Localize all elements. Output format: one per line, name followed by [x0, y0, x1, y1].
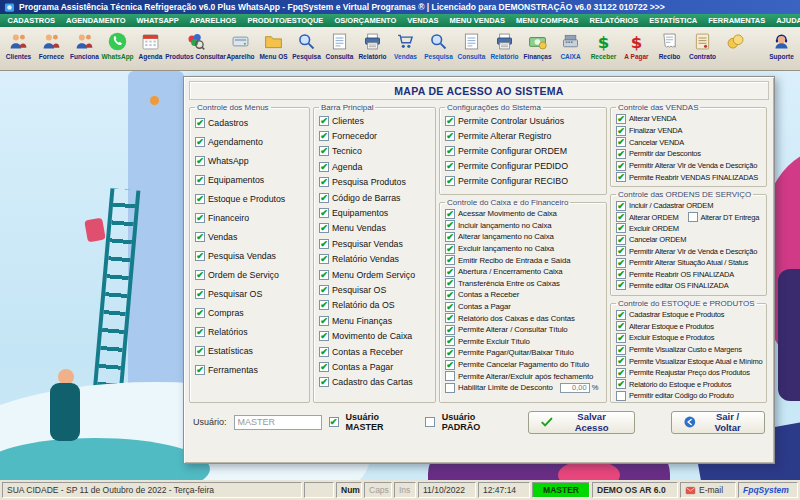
checkbox-row[interactable]: ✔ Agendamento [195, 132, 306, 151]
usuario-padrao-checkbox[interactable] [425, 417, 435, 427]
checkbox-row[interactable]: ✔ Relatórios [195, 322, 306, 341]
checkbox[interactable]: ✔ [445, 220, 455, 230]
checkbox-row[interactable]: ✔ Cadastro das Cartas [319, 375, 432, 390]
checkbox-row[interactable]: ✔ Permitir Alterar Vlr de Venda e Descri… [616, 246, 763, 257]
checkbox[interactable]: ✔ [445, 325, 455, 335]
checkbox-row[interactable]: ✔ Permite Alterar / Consultar Título [445, 324, 603, 336]
menu-item[interactable]: AGENDAMENTO [61, 16, 131, 25]
checkbox-row[interactable]: ✔ Contas a Pagar [319, 359, 432, 374]
checkbox[interactable]: ✔ [445, 336, 455, 346]
checkbox[interactable]: ✔ [616, 269, 626, 279]
checkbox[interactable]: ✔ [616, 223, 626, 233]
checkbox-row[interactable]: ✔ Permite editar OS FINALIZADA [616, 280, 763, 291]
checkbox-row[interactable]: ✔ Excluir lançamento no Caixa [445, 243, 603, 255]
menu-item[interactable]: VENDAS [402, 16, 444, 25]
checkbox-row[interactable]: ✔ Alterar lançamento no Caixa [445, 231, 603, 243]
checkbox-row[interactable]: ✔ Relatório dos Caixas e das Contas [445, 312, 603, 324]
toolbar-button[interactable] [719, 28, 752, 69]
checkbox[interactable]: ✔ [445, 267, 455, 277]
checkbox[interactable]: ✔ [445, 360, 455, 370]
toolbar-button[interactable]: Clientes [2, 28, 35, 69]
checkbox[interactable]: ✔ [319, 239, 329, 249]
checkbox[interactable]: ✔ [616, 149, 626, 159]
checkbox[interactable]: ✔ [195, 213, 205, 223]
usuario-master-checkbox[interactable]: ✔ [329, 417, 339, 427]
checkbox[interactable]: ✔ [195, 251, 205, 261]
checkbox-row[interactable]: ✔ Agenda [319, 159, 432, 174]
checkbox-row[interactable]: ✔ Cancelar ORDEM [616, 234, 763, 245]
checkbox[interactable]: ✔ [195, 232, 205, 242]
toolbar-button[interactable]: Produtos Consultar [167, 28, 224, 69]
checkbox[interactable]: ✔ [319, 208, 329, 218]
exit-button[interactable]: Sair / Voltar [671, 411, 765, 434]
checkbox-row[interactable]: ✔ Permite Visualizar Custo e Margens [616, 344, 763, 356]
checkbox-row[interactable]: Permitir editar Código do Produto [616, 390, 763, 402]
checkbox[interactable]: ✔ [319, 162, 329, 172]
checkbox-row[interactable]: ✔ Incluir lançamento no Caixa [445, 220, 603, 232]
checkbox-row[interactable]: ✔ Vendas [195, 227, 306, 246]
checkbox[interactable]: ✔ [445, 209, 455, 219]
checkbox[interactable]: ✔ [319, 285, 329, 295]
menu-item[interactable]: RELATÓRIOS [584, 16, 644, 25]
checkbox[interactable]: ✔ [616, 172, 626, 182]
checkbox-row[interactable]: ✔ Excluir Estoque e Produtos [616, 332, 763, 344]
checkbox-row[interactable]: ✔ Abertura / Encerramento Caixa [445, 266, 603, 278]
toolbar-button[interactable]: Consulta [323, 28, 356, 69]
checkbox[interactable]: ✔ [319, 331, 329, 341]
checkbox-row[interactable]: ✔ Emitir Recibo de Entrada e Saída [445, 254, 603, 266]
toolbar-button[interactable]: Finanças [521, 28, 554, 69]
toolbar-button[interactable]: Pesquisa [290, 28, 323, 69]
checkbox[interactable]: ✔ [195, 327, 205, 337]
checkbox[interactable]: ✔ [445, 116, 455, 126]
checkbox-row[interactable]: ✔ Permitir Alterar Situação Atual / Stat… [616, 257, 763, 268]
menu-item[interactable]: PRODUTO/ESTOQUE [242, 16, 329, 25]
checkbox-row[interactable]: ✔ Permite Reajustar Preço dos Produtos [616, 367, 763, 379]
menu-item[interactable]: CADASTROS [2, 16, 61, 25]
checkbox-row[interactable]: ✔ Permite Cancelar Pagamento do Título [445, 359, 603, 371]
toolbar-button[interactable]: Aparelho [224, 28, 257, 69]
checkbox[interactable]: ✔ [616, 321, 626, 331]
checkbox-row[interactable]: ✔ Equipamentos [319, 205, 432, 220]
checkbox-row[interactable]: ✔ Menu Ordem Serviço [319, 267, 432, 282]
checkbox[interactable]: ✔ [616, 137, 626, 147]
checkbox-row[interactable]: ✔ Acessar Movimento de Caixa [445, 208, 603, 220]
checkbox[interactable]: ✔ [195, 346, 205, 356]
checkbox[interactable]: ✔ [319, 177, 329, 187]
toolbar-button[interactable]: WhatsApp [101, 28, 134, 69]
checkbox-row[interactable]: ✔ Contas a Receber [445, 289, 603, 301]
checkbox[interactable]: ✔ [616, 356, 626, 366]
checkbox[interactable]: ✔ [319, 300, 329, 310]
toolbar-button[interactable]: Consulta [455, 28, 488, 69]
checkbox-row[interactable]: ✔ Pesquisar Vendas [319, 236, 432, 251]
checkbox[interactable]: ✔ [616, 161, 626, 171]
menu-item[interactable]: MENU VENDAS [444, 16, 510, 25]
checkbox-row[interactable]: ✔ Estatísticas [195, 341, 306, 360]
checkbox[interactable]: ✔ [319, 362, 329, 372]
toolbar-button[interactable]: Relatório [488, 28, 521, 69]
toolbar-button[interactable]: Vendas [389, 28, 422, 69]
checkbox-row[interactable]: ✔ Relatório Vendas [319, 252, 432, 267]
usuario-input[interactable] [234, 415, 322, 430]
checkbox[interactable]: ✔ [195, 308, 205, 318]
checkbox[interactable]: ✔ [195, 194, 205, 204]
checkbox[interactable]: ✔ [445, 131, 455, 141]
checkbox-row[interactable]: ✔ Permite Visualizar Estoque Atual e Mín… [616, 355, 763, 367]
toolbar-button[interactable]: Relatório [356, 28, 389, 69]
checkbox[interactable]: ✔ [319, 193, 329, 203]
checkbox-row[interactable]: ✔ Ferramentas [195, 360, 306, 379]
checkbox[interactable]: ✔ [445, 313, 455, 323]
checkbox[interactable]: ✔ [445, 255, 455, 265]
checkbox-row[interactable]: ✔ Estoque e Produtos [195, 189, 306, 208]
checkbox-row[interactable]: ✔ Permite Alterar Registro [445, 128, 603, 143]
checkbox-row[interactable]: ✔ Pesquisa Produtos [319, 175, 432, 190]
checkbox-row[interactable]: ✔ Excluir ORDEM [616, 223, 763, 234]
checkbox-row[interactable]: ✔ Tecnico [319, 144, 432, 159]
checkbox[interactable]: ✔ [616, 246, 626, 256]
checkbox[interactable]: ✔ [616, 368, 626, 378]
menu-item[interactable]: OS/ORÇAMENTO [329, 16, 402, 25]
checkbox[interactable]: ✔ [616, 310, 626, 320]
checkbox[interactable]: ✔ [616, 212, 626, 222]
checkbox-row[interactable]: ✔ Permitir dar Descontos [616, 148, 763, 160]
checkbox-row[interactable]: ✔ Menu Vendas [319, 221, 432, 236]
checkbox-row[interactable]: ✔ Permite Pagar/Quitar/Baixar Título [445, 347, 603, 359]
